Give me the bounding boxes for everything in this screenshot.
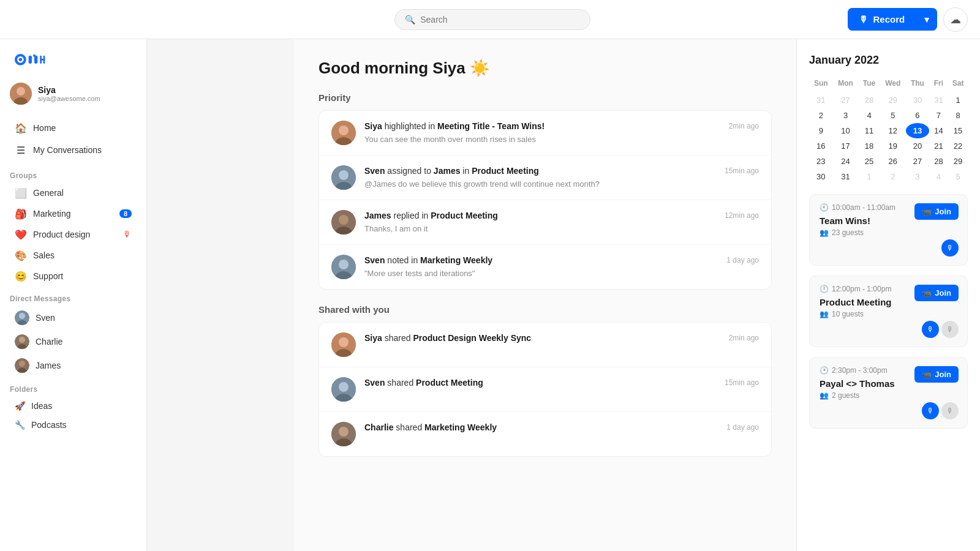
cal-cell[interactable]: 8 [948, 108, 968, 123]
cal-cell[interactable]: 4 [929, 169, 948, 184]
cloud-upload-button[interactable]: ☁ [943, 7, 968, 32]
cal-cell[interactable]: 26 [880, 154, 906, 169]
cal-cell[interactable]: 28 [859, 92, 880, 108]
cal-cell[interactable]: 2 [809, 108, 833, 123]
event-card-1: 🕙 10:00am - 11:00am Team Wins! 👥 23 gues… [809, 194, 968, 266]
cal-cell[interactable]: 19 [880, 138, 906, 154]
record-dropdown-button[interactable]: ▼ [916, 9, 937, 31]
cal-cell[interactable]: 4 [859, 108, 880, 123]
clock-icon: 🕙 [820, 203, 829, 212]
product-design-icon: ❤️ [15, 229, 27, 241]
cal-cell[interactable]: 1 [859, 169, 880, 184]
activity-sub: "More user tests and iterations" [364, 269, 710, 278]
search-input[interactable] [420, 15, 580, 24]
cal-cell[interactable]: 11 [859, 123, 880, 138]
cal-cell[interactable]: 24 [833, 154, 859, 169]
groups-header: Groups [0, 164, 146, 182]
activity-body: Sven noted in Marketing Weekly "More use… [364, 255, 710, 278]
cal-cell[interactable]: 5 [880, 108, 906, 123]
activity-body: Siya shared Product Design Weekly Sync [364, 332, 713, 345]
activity-text: Siya highlighted in Meeting Title - Team… [364, 121, 713, 133]
cal-cell[interactable]: 17 [833, 138, 859, 154]
sidebar-item-sven[interactable]: Sven [5, 306, 141, 329]
sidebar-item-general[interactable]: ⬜ General [5, 183, 141, 203]
shared-item-2[interactable]: Sven shared Product Meeting 15min ago [319, 367, 771, 412]
cal-cell[interactable]: 31 [929, 92, 948, 108]
cal-cell[interactable]: 3 [906, 169, 929, 184]
priority-header: Priority [318, 92, 772, 103]
cal-cell[interactable]: 27 [906, 154, 929, 169]
cal-day-fri: Fri [929, 77, 948, 92]
cal-cell[interactable]: 29 [880, 92, 906, 108]
shared-item-1[interactable]: Siya shared Product Design Weekly Sync 2… [319, 323, 771, 367]
shared-item-3[interactable]: Charlie shared Marketing Weekly 1 day ag… [319, 412, 771, 456]
svg-point-19 [19, 361, 25, 367]
james-avatar [15, 358, 29, 373]
activity-sub: You can see the month over month rises i… [364, 135, 713, 144]
cal-cell[interactable]: 9 [809, 123, 833, 138]
mic-avatar-grey-2: 🎙 [941, 321, 959, 338]
priority-item-4[interactable]: Sven noted in Marketing Weekly "More use… [319, 245, 771, 289]
sidebar-item-marketing[interactable]: 🎒 Marketing 8 [5, 204, 141, 224]
cal-cell[interactable]: 30 [906, 92, 929, 108]
cal-cell[interactable]: 27 [833, 92, 859, 108]
cal-cell[interactable]: 23 [809, 154, 833, 169]
mic-icon: 🎙 [859, 14, 868, 24]
cal-cell[interactable]: 3 [833, 108, 859, 123]
cal-cell[interactable]: 15 [948, 123, 968, 138]
activity-text: James replied in Product Meeting [364, 210, 709, 222]
cal-cell[interactable]: 20 [906, 138, 929, 154]
sidebar-item-home[interactable]: 🏠 Home [5, 118, 141, 139]
sidebar-item-support[interactable]: 😊 Support [5, 266, 141, 287]
mic-avatar-row-1: 🎙 [941, 239, 959, 257]
svg-point-25 [339, 170, 349, 180]
cal-day-mon: Mon [833, 77, 859, 92]
sidebar-item-charlie[interactable]: Charlie [5, 330, 141, 353]
sidebar-item-james[interactable]: James [5, 354, 141, 377]
cal-day-wed: Wed [880, 77, 906, 92]
priority-item-1[interactable]: Siya highlighted in Meeting Title - Team… [319, 111, 771, 156]
cal-cell[interactable]: 31 [809, 92, 833, 108]
sidebar-item-podcasts[interactable]: 🔧 Podcasts [5, 416, 141, 434]
cal-cell[interactable]: 29 [948, 154, 968, 169]
sidebar-item-sales[interactable]: 🎨 Sales [5, 246, 141, 266]
sidebar-item-ideas[interactable]: 🚀 Ideas [5, 397, 141, 415]
cal-day-sat: Sat [948, 77, 968, 92]
cal-cell[interactable]: 1 [948, 92, 968, 108]
record-main-button[interactable]: 🎙 Record [848, 8, 916, 31]
cal-cell[interactable]: 25 [859, 154, 880, 169]
cal-cell[interactable]: 13 [906, 123, 929, 138]
cal-cell[interactable]: 2 [880, 169, 906, 184]
content-area: Good morning Siya ☀️ Priority Siya highl… [147, 39, 980, 551]
cal-cell[interactable]: 5 [948, 169, 968, 184]
cal-cell[interactable]: 16 [809, 138, 833, 154]
sidebar-item-product-design[interactable]: ❤️ Product design 🎙 [5, 225, 141, 245]
activity-body: Siya highlighted in Meeting Title - Team… [364, 121, 713, 144]
cal-cell[interactable]: 18 [859, 138, 880, 154]
groups-list: ⬜ General 🎒 Marketing 8 ❤️ Product desig… [0, 182, 146, 287]
sidebar-user[interactable]: Siya siya@awesome.com [0, 78, 146, 114]
activity-time: 15min ago [725, 165, 759, 175]
cal-cell[interactable]: 31 [833, 169, 859, 184]
cal-cell[interactable]: 14 [929, 123, 948, 138]
cal-cell[interactable]: 6 [906, 108, 929, 123]
topbar: 🔍 🎙 Record ▼ ☁ [0, 0, 980, 39]
cal-cell[interactable]: 21 [929, 138, 948, 154]
priority-item-3[interactable]: James replied in Product Meeting Thanks,… [319, 200, 771, 245]
cal-cell[interactable]: 7 [929, 108, 948, 123]
event-guests-2: 👥 10 guests [820, 310, 957, 318]
cal-cell[interactable]: 10 [833, 123, 859, 138]
cal-cell[interactable]: 30 [809, 169, 833, 184]
join-button-3[interactable]: 📹 Join [914, 366, 959, 383]
priority-item-2[interactable]: Sven assigned to James in Product Meetin… [319, 156, 771, 200]
join-button-2[interactable]: 📹 Join [914, 285, 959, 301]
svg-point-37 [339, 382, 349, 392]
cal-cell[interactable]: 12 [880, 123, 906, 138]
activity-sub: @James do we believe this growth trend w… [364, 179, 709, 189]
join-button-1[interactable]: 📹 Join [914, 203, 959, 220]
sidebar-item-my-conversations[interactable]: ☰ My Conversations [5, 140, 141, 161]
cal-cell[interactable]: 22 [948, 138, 968, 154]
cal-cell[interactable]: 28 [929, 154, 948, 169]
cloud-icon: ☁ [950, 13, 961, 26]
search-bar[interactable]: 🔍 [394, 9, 590, 30]
